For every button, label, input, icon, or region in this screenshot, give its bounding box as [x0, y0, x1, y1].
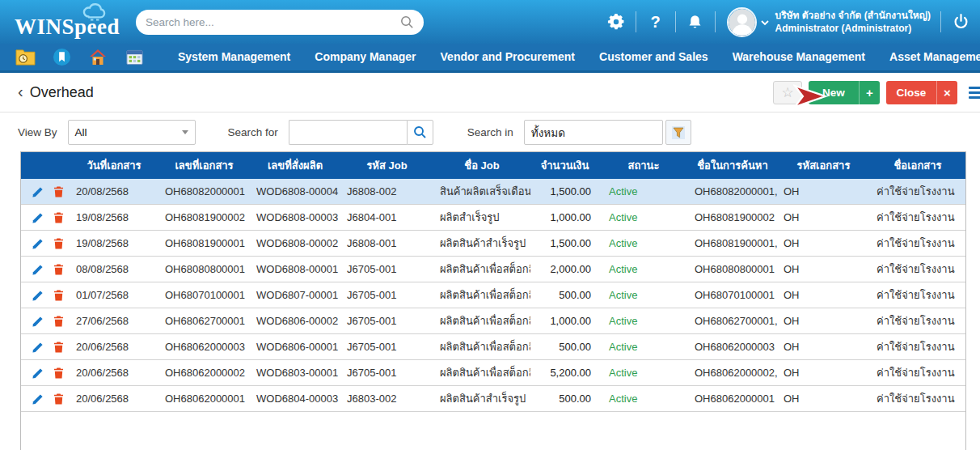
table-row[interactable]: 20/06/2568 OH68062000001 WOD6804-00003 J…: [21, 386, 965, 412]
user-avatar[interactable]: [727, 7, 757, 37]
table-row[interactable]: 19/08/2568 OH68081900002 WOD6808-00003 J…: [21, 205, 965, 231]
row-actions: [21, 205, 70, 230]
delete-trash-icon[interactable]: [53, 393, 65, 405]
edit-pencil-icon[interactable]: [32, 211, 44, 224]
filter-funnel-button[interactable]: [665, 120, 691, 145]
delete-trash-icon[interactable]: [53, 237, 65, 250]
calendar-icon[interactable]: [124, 48, 145, 67]
cell-amount: 500.00: [530, 334, 599, 359]
topbar-actions: ? บริษัท ตัวอย่าง จำกัด (สำนักงานใหญ่) A…: [606, 7, 980, 37]
cell-job-code: J6705-001: [340, 360, 433, 385]
cell-doc-date: 20/08/2568: [70, 179, 158, 204]
search-for-button[interactable]: [407, 120, 433, 145]
divider: [636, 11, 636, 32]
home-icon[interactable]: [87, 48, 108, 67]
col-header-doc-code[interactable]: รหัสเอกสาร: [777, 152, 870, 179]
table-row[interactable]: 01/07/2568 OH68070100001 WOD6807-00001 J…: [21, 282, 965, 308]
edit-pencil-icon[interactable]: [32, 185, 44, 198]
caret-down-icon: [182, 130, 188, 134]
cell-job-code: J6705-001: [340, 334, 433, 359]
menu-item[interactable]: Customer and Sales: [587, 44, 720, 70]
new-button[interactable]: New +: [809, 81, 880, 104]
edit-pencil-icon[interactable]: [32, 263, 44, 276]
close-button[interactable]: Close ×: [886, 81, 957, 104]
menu-item[interactable]: Vendor and Procurement: [429, 44, 587, 70]
close-x-icon[interactable]: ×: [937, 81, 957, 104]
cell-job-name: ผลิตสินค้าเพื่อสต็อกสิ: [433, 257, 530, 282]
settings-gear-icon[interactable]: [606, 12, 626, 32]
col-header-prod-no[interactable]: เลขที่สั่งผลิต: [250, 152, 340, 179]
col-header-doc-name[interactable]: ชื่อเอกสาร: [870, 152, 965, 179]
divider: [715, 11, 716, 32]
bookmark-icon[interactable]: [51, 48, 72, 67]
cell-amount: 500.00: [530, 282, 599, 308]
table-row[interactable]: 20/06/2568 OH68062000003 WOD6806-00001 J…: [21, 334, 965, 360]
col-header-doc-no[interactable]: เลขที่เอกสาร: [158, 152, 250, 179]
menu-item[interactable]: Asset Management: [877, 44, 980, 70]
delete-trash-icon[interactable]: [53, 185, 65, 198]
cell-doc-code: OH: [777, 386, 870, 411]
col-header-search-name[interactable]: ชื่อในการค้นหา: [688, 152, 777, 179]
hamburger-menu-icon[interactable]: [969, 87, 980, 99]
cell-job-name: ผลิตสินค้าเพื่อสต็อกสิ: [433, 308, 530, 333]
delete-trash-icon[interactable]: [53, 315, 65, 328]
col-header-job-code[interactable]: รหัส Job: [340, 152, 433, 179]
delete-trash-icon[interactable]: [53, 211, 65, 224]
cell-doc-date: 20/06/2568: [70, 360, 158, 385]
chevron-down-icon[interactable]: [761, 15, 769, 29]
plus-icon[interactable]: +: [860, 81, 880, 104]
menu-item[interactable]: Company Manager: [302, 44, 428, 70]
view-by-select[interactable]: All: [68, 120, 196, 145]
menu-item[interactable]: Warehouse Management: [720, 44, 877, 70]
edit-pencil-icon[interactable]: [32, 393, 44, 405]
table-row[interactable]: 08/08/2568 OH68080800001 WOD6808-00001 J…: [21, 257, 965, 282]
edit-pencil-icon[interactable]: [32, 237, 44, 250]
delete-trash-icon[interactable]: [53, 263, 65, 276]
row-actions: [21, 386, 70, 411]
delete-trash-icon[interactable]: [53, 289, 65, 302]
col-header-status[interactable]: สถานะ: [599, 152, 688, 179]
edit-pencil-icon[interactable]: [32, 289, 44, 302]
favorite-star-button[interactable]: ☆: [773, 81, 802, 104]
cell-job-name: ผลิตสินค้าสำเร็จรูป: [433, 231, 530, 256]
cell-prod-no: WOD6806-00001: [250, 334, 340, 359]
cell-doc-code: OH: [777, 308, 870, 333]
edit-pencil-icon[interactable]: [32, 341, 44, 354]
cell-doc-code: OH: [777, 231, 870, 256]
edit-pencil-icon[interactable]: [32, 315, 44, 328]
delete-trash-icon[interactable]: [53, 367, 65, 380]
cell-doc-name: ค่าใช้จ่ายโรงงาน: [870, 231, 965, 256]
help-icon[interactable]: ?: [646, 12, 665, 32]
col-header-amount[interactable]: จำนวนเงิน: [530, 152, 599, 179]
cell-prod-no: WOD6808-00004: [250, 179, 340, 204]
search-for-input[interactable]: [289, 120, 407, 145]
table-row[interactable]: 20/06/2568 OH68062000002 WOD6803-00001 J…: [21, 360, 965, 386]
power-logout-icon[interactable]: [951, 12, 970, 32]
cell-status: Active: [599, 257, 688, 282]
cell-doc-name: ค่าใช้จ่ายโรงงาน: [870, 386, 965, 411]
table-row[interactable]: 27/06/2568 OH68062700001 WOD6806-00002 J…: [21, 308, 965, 334]
recent-folder-icon[interactable]: [15, 48, 36, 67]
global-search-input[interactable]: [146, 16, 400, 28]
table-row[interactable]: 19/08/2568 OH68081900001 WOD6808-00002 J…: [21, 231, 965, 257]
search-for-label: Search for: [228, 126, 278, 138]
cell-doc-no: OH68082000001: [158, 179, 250, 204]
cell-amount: 1,500.00: [530, 179, 599, 204]
company-user-info[interactable]: บริษัท ตัวอย่าง จำกัด (สำนักงานใหญ่) Adm…: [775, 9, 931, 35]
menu-bar: System ManagementCompany ManagerVendor a…: [0, 44, 980, 73]
search-icon[interactable]: [400, 15, 414, 29]
col-header-job-name[interactable]: ชื่อ Job: [433, 152, 530, 179]
cell-status: Active: [599, 231, 688, 256]
notifications-bell-icon[interactable]: [686, 12, 705, 32]
menu-item[interactable]: System Management: [166, 44, 302, 70]
cell-doc-code: OH: [777, 179, 870, 204]
search-in-input[interactable]: [524, 120, 663, 145]
back-chevron-icon[interactable]: ‹: [18, 83, 23, 101]
cell-job-name: ผลิตสินค้าเพื่อสต็อกสิ: [433, 360, 530, 385]
table-row[interactable]: 20/08/2568 OH68082000001 WOD6808-00004 J…: [21, 179, 965, 205]
col-header-doc-date[interactable]: วันที่เอกสาร: [70, 152, 158, 179]
cell-status: Active: [599, 308, 688, 333]
edit-pencil-icon[interactable]: [32, 367, 44, 380]
delete-trash-icon[interactable]: [53, 341, 65, 354]
cell-status: Active: [599, 334, 688, 359]
